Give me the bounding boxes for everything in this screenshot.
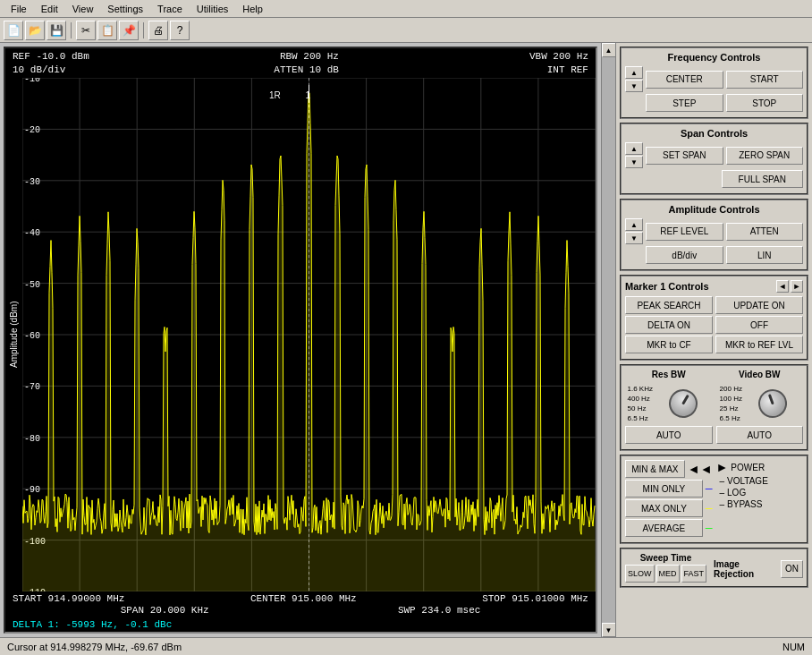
average-button[interactable]: AVERAGE [625,519,703,537]
max-only-button[interactable]: MAX ONLY [625,499,703,517]
fast-button[interactable]: FAST [681,565,707,583]
atten-button[interactable]: ATTEN [726,223,804,241]
center-button[interactable]: CENTER [646,71,723,89]
scroll-track[interactable] [602,57,616,623]
toolbar-sep-1 [71,22,72,38]
span-up-button[interactable]: ▲ [625,142,643,155]
menu-help[interactable]: Help [235,3,270,15]
delta-on-button[interactable]: DELTA ON [625,316,713,334]
power-label: POWER [731,463,765,472]
full-span-button[interactable]: FULL SPAN [722,170,804,188]
help-button[interactable]: ? [170,21,190,40]
trace-row-1: MIN & MAX ◄◄ [625,460,713,478]
mkr-ref-button[interactable]: MKR to REF LVL [715,336,803,353]
scroll-down-button[interactable]: ▼ [602,623,616,637]
res-bw-label-1: 1.6 KHz [628,384,653,394]
min-max-button[interactable]: MIN & MAX [625,460,685,478]
set-span-button[interactable]: SET SPAN [646,147,723,165]
right-panel: Frequency Controls ▲ ▼ CENTER START STEP… [615,43,812,637]
bypass-row: – BYPASS [716,499,804,509]
log-label: LOG [727,488,746,498]
res-bw-label-3: 50 Hz [628,404,653,413]
start-button[interactable]: START [726,71,804,89]
menu-edit[interactable]: Edit [34,3,65,15]
ref-level-button[interactable]: REF LEVEL [646,223,723,241]
sweep-time-controls: Sweep Time SLOW MED FAST Image Rejection… [620,548,808,588]
marker-row-1: PEAK SEARCH UPDATE ON [625,296,803,314]
spectrum-canvas [22,78,596,591]
sweep-time-title: Sweep Time [625,553,706,563]
span: SPAN 20.000 KHz [121,605,209,616]
save-button[interactable]: 💾 [47,21,66,40]
trace-controls: MIN & MAX ◄◄ MIN ONLY ─ MAX ONLY ─ AVERA… [620,455,808,544]
paste-button[interactable]: 📌 [119,21,139,40]
video-bw-label-3: 25 Hz [720,404,742,413]
chart-area[interactable] [22,78,596,591]
mkr-cf-button[interactable]: MKR to CF [625,336,713,353]
image-rejection-group: Image Rejection ON [714,559,803,579]
marker-prev-button[interactable]: ◄ [776,280,789,293]
image-rejection-on-button[interactable]: ON [781,560,803,578]
marker-controls-title: Marker 1 Controls [625,281,709,292]
scrollbar: ▲ ▼ [601,43,615,637]
span-controls: Span Controls ▲ ▼ SET SPAN ZERO SPAN FUL… [620,123,808,195]
open-button[interactable]: 📂 [25,21,45,40]
marker-next-button[interactable]: ► [791,280,803,293]
frequency-control-row: ▲ ▼ CENTER START [625,66,803,92]
int-ref: INT REF [547,64,588,75]
amp-up-button[interactable]: ▲ [625,218,643,231]
zero-span-button[interactable]: ZERO SPAN [726,147,804,165]
spectrum-footer: START 914.99000 MHz CENTER 915.000 MHz S… [5,591,596,617]
menu-settings[interactable]: Settings [100,3,150,15]
video-bw-knob[interactable] [754,385,791,421]
bypass-label: BYPASS [727,499,762,509]
span-control-row: ▲ ▼ SET SPAN ZERO SPAN [625,142,803,168]
scale: 10 dB/div [13,64,65,75]
copy-button[interactable]: 📋 [97,21,117,40]
new-button[interactable]: 📄 [4,21,23,40]
med-button[interactable]: MED [656,565,680,583]
step-button[interactable]: STEP [646,94,723,112]
peak-search-button[interactable]: PEAK SEARCH [625,296,713,314]
freq-up-button[interactable]: ▲ [625,66,643,79]
video-bw-auto-button[interactable]: AUTO [716,426,804,444]
print-button[interactable]: 🖨 [148,21,168,40]
menu-bar: File Edit View Settings Trace Utilities … [0,0,812,18]
swp: SWP 234.0 msec [398,605,480,616]
voltage-label: VOLTAGE [727,476,768,486]
rbw: RBW 200 Hz [280,51,339,62]
spectrum-subheader: 10 dB/div ATTEN 10 dB INT REF [5,64,596,78]
video-bw-group: Video BW 200 Hz 100 Hz 25 Hz 6.5 Hz AUTO [716,370,804,446]
spectrum-canvas-area: Amplitude (dBm) [5,78,596,591]
y-axis-label: Amplitude (dBm) [5,78,22,591]
menu-trace[interactable]: Trace [150,3,190,15]
menu-file[interactable]: File [4,3,34,15]
frequency-control-row-2: STEP STOP [625,94,803,112]
lin-button[interactable]: LIN [726,246,804,264]
dbdiv-button[interactable]: dB/div [646,246,723,264]
cut-button[interactable]: ✂ [76,21,96,40]
trace-row-2: MIN ONLY ─ [625,480,713,498]
slow-button[interactable]: SLOW [625,565,655,583]
menu-utilities[interactable]: Utilities [190,3,235,15]
marker-row-2: DELTA ON OFF [625,316,803,334]
marker-row-3: MKR to CF MKR to REF LVL [625,336,803,353]
amplitude-controls: Amplitude Controls ▲ ▼ REF LEVEL ATTEN d… [620,199,808,271]
off-button[interactable]: OFF [715,316,803,334]
video-bw-label-4: 6.5 Hz [720,413,742,423]
res-bw-auto-button[interactable]: AUTO [625,426,713,444]
amp-down-button[interactable]: ▼ [625,232,643,244]
menu-view[interactable]: View [65,3,101,15]
stop-button[interactable]: STOP [726,94,804,112]
min-only-button[interactable]: MIN ONLY [625,480,703,498]
res-bw-label-4: 6.5 Hz [628,413,653,423]
freq-down-button[interactable]: ▼ [625,80,643,92]
video-bw-knob-area [746,381,799,426]
trace-row-3: MAX ONLY ─ [625,499,713,517]
span-down-button[interactable]: ▼ [625,156,643,168]
scroll-up-button[interactable]: ▲ [602,43,616,57]
res-bw-knob[interactable] [664,384,703,423]
res-bw-knob-area [656,381,710,426]
update-on-button[interactable]: UPDATE ON [715,296,803,314]
log-dash: – [720,488,725,498]
